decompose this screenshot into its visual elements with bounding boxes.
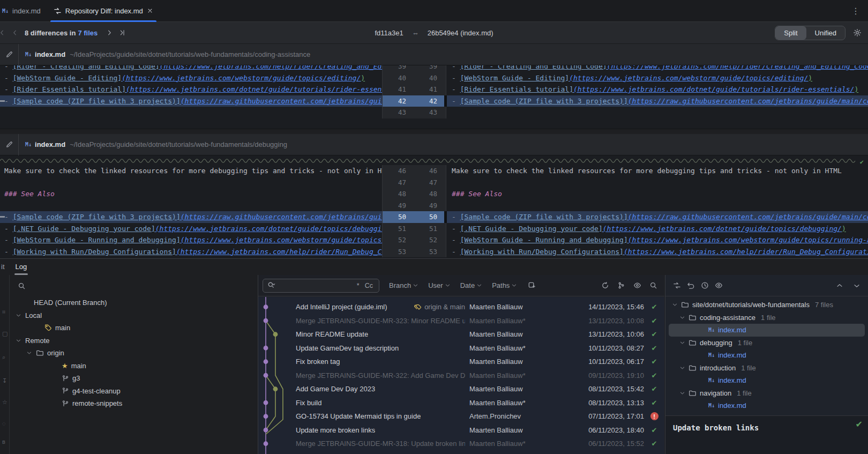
diff-line[interactable]: ### See Also4848### See Also [0,188,868,200]
file-item-index-md[interactable]: M↓index.md [669,349,865,362]
graph-options-icon[interactable] [614,279,628,293]
file-item-site-dotnet-tutorials-web-fundamentals[interactable]: site/dotnet/tutorials/web-fundamentals7 … [669,299,865,311]
chevron-down-icon[interactable] [25,350,33,356]
filter-paths[interactable]: Paths [492,281,517,289]
chevron-down-icon[interactable] [679,390,685,396]
branch-item-g3[interactable]: g3 [10,372,257,385]
split-button[interactable]: Split [775,26,806,40]
diff-line[interactable]: - [Working with Run/Debug Configurations… [0,246,868,258]
filter-user[interactable]: User [428,281,450,289]
commit-row[interactable]: Minor README updateMaarten Balliauw13/11… [258,328,664,341]
commit-row[interactable]: Add Game Dev Day 2023Maarten Balliauw08/… [258,382,664,396]
file-item-index-md[interactable]: M↓index.md [669,374,865,387]
chevron-down-icon[interactable] [679,365,685,371]
collapse-all-icon[interactable] [850,279,864,293]
refresh-icon[interactable] [598,279,612,293]
commit-row[interactable]: Fix broken tagMaarten Balliauw10/11/2023… [258,355,664,369]
branch-item-origin[interactable]: origin [10,347,257,360]
diff-line[interactable]: - [Rider Essentials tutorial](https://ww… [0,84,868,95]
stripe-icon[interactable]: ʙ [2,439,8,445]
search-history-icon[interactable] [267,281,275,289]
diff-line[interactable]: - [WebStorm Guide - Running and debuggin… [0,234,868,246]
branch-item-main[interactable]: main [10,322,257,334]
diff-line[interactable]: - [Sample code (ZIP file with 3 projects… [0,211,868,223]
filter-branch[interactable]: Branch [389,281,418,289]
tab-commit-clipped[interactable]: it [0,262,10,272]
commit-row[interactable]: GO-15734 Update Mermaid tips in guideArt… [258,410,664,423]
diff-line[interactable]: - [Rider - Creating and Editing Code](ht… [0,65,868,72]
commit-row[interactable]: Merge JETBRAINS-GUIDE-MR-322: Add Game D… [258,369,664,383]
regex-toggle[interactable]: * [355,282,361,289]
diff-line[interactable]: - [WebStorm Guide - Editing](https://www… [0,72,868,84]
close-icon[interactable] [147,8,153,14]
history-icon[interactable] [698,279,712,293]
branch-item-remote[interactable]: Remote [10,334,257,347]
preview-eye-icon[interactable] [712,279,725,293]
stripe-icon[interactable]: ⌕ [2,354,8,360]
chevron-down-icon[interactable] [14,338,22,344]
branch-item-g4-test-cleanup[interactable]: g4-test-cleanup [10,385,257,398]
commit-message: Merge JETBRAINS-GUIDE-MR-322: Add Game D… [296,371,465,379]
chevron-down-icon[interactable] [14,312,22,318]
commit-row[interactable]: Add IntelliJ project (guide.iml)origin &… [258,300,664,314]
tab-index-md[interactable]: M↓ index.md [0,0,47,22]
stripe-icon[interactable]: ↧ [2,378,8,384]
new-log-tab-icon[interactable] [525,279,538,293]
show-diff-icon[interactable] [670,279,684,293]
stripe-icon[interactable]: ▢ [2,331,8,337]
gear-icon[interactable] [851,26,864,39]
commit-status: ! [644,412,664,420]
stripe-icon[interactable]: ◌ [2,421,8,427]
stripe-icon[interactable]: ⌗ [2,309,8,315]
commit-author: Maarten Balliauw [469,303,565,311]
branch-item-local[interactable]: Local [10,309,257,322]
match-case-toggle[interactable]: Cc [363,282,375,289]
filter-date[interactable]: Date [460,281,482,289]
rollback-icon[interactable] [684,279,698,293]
commit-row[interactable]: Fix buildMaarten Balliauw*08/11/2023, 13… [258,396,664,410]
tab-repository-diff[interactable]: Repository Diff: index.md [47,0,160,22]
differences-count: 8 differences in [25,29,76,37]
tab-log[interactable]: Log [10,262,33,272]
chevron-down-icon[interactable] [679,315,685,321]
branch-item-head-current-branch-[interactable]: HEAD (Current Branch) [10,296,257,309]
diff-line[interactable]: Make sure to check the linked resources … [0,165,868,177]
collapsed-region-separator[interactable]: ✔ [0,157,868,165]
stripe-icon[interactable]: ☆ [2,399,8,405]
diff-line[interactable]: - [.NET Guide - Debugging your code](htt… [0,223,868,235]
expand-all-icon[interactable] [833,279,847,293]
next-difference-icon[interactable] [103,26,116,39]
chevron-down-icon[interactable] [679,340,685,346]
diff-line[interactable]: - [Sample code (ZIP file with 3 projects… [0,95,868,107]
file-item-navigation[interactable]: navigation1 file [669,387,865,400]
commit-row[interactable]: Update more broken linksMaarten Balliauw… [258,423,664,437]
diff-line[interactable]: 4949 [0,200,868,212]
file-item-coding-assistance[interactable]: coding-assistance1 file [669,311,865,324]
file-item-index-md[interactable]: M↓index.md [669,324,865,337]
file-item-introduction[interactable]: introduction1 file [669,362,865,375]
commit-row[interactable]: Merge JETBRAINS-GUIDE-MR-318: Update bro… [258,437,664,451]
chevron-down-icon[interactable] [672,302,678,308]
branch-item-remote-snippets[interactable]: remote-snippets [10,397,257,410]
file-item-debugging[interactable]: debugging1 file [669,337,865,349]
files-count-link[interactable]: 7 files [78,29,98,37]
details-eye-icon[interactable] [630,279,644,293]
unified-button[interactable]: Unified [806,26,845,40]
markdown-file-icon: M↓ [708,352,715,358]
log-search-input[interactable]: * Cc [263,279,379,293]
diff-section-body: ✔Make sure to check the linked resources… [0,155,868,264]
line-number-left: 40 [382,72,414,84]
branch-item-main[interactable]: ★main [10,360,257,373]
check-icon: ✔ [652,344,657,352]
kebab-menu-icon[interactable]: ⋮ [851,6,860,16]
jump-to-last-icon[interactable] [116,26,129,39]
diff-line[interactable]: 4343 [0,107,868,118]
find-icon[interactable] [646,279,660,293]
commit-row[interactable]: Update GameDev tag descriptionMaarten Ba… [258,341,664,355]
prev-difference-icon[interactable] [9,26,21,39]
commit-row[interactable]: Merge JETBRAINS-GUIDE-MR-323: Minor READ… [258,314,664,328]
diff-line[interactable]: 4747 [0,177,868,189]
line-number-left: 53 [382,246,414,258]
search-icon[interactable] [18,282,26,290]
file-item-index-md[interactable]: M↓index.md [669,399,865,412]
